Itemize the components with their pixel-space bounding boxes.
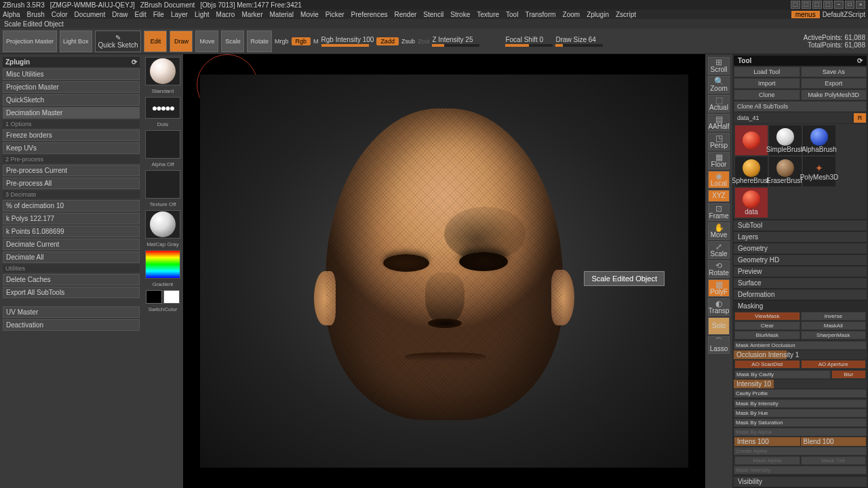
stroke-swatch[interactable]: ●●●●● xyxy=(145,97,180,119)
mask-cavity-button[interactable]: Mask By Cavity xyxy=(734,370,831,379)
quick-sketch-button[interactable]: ✎Quick Sketch xyxy=(95,30,142,52)
rotate-view-button[interactable]: ⟲Rotate xyxy=(708,260,730,278)
menu-render[interactable]: Render xyxy=(395,11,417,18)
xyz-button[interactable]: XYZ xyxy=(708,190,730,202)
menu-stencil[interactable]: Stencil xyxy=(423,11,443,18)
local-button[interactable]: ◉Local xyxy=(708,171,730,188)
menu-material[interactable]: Material xyxy=(270,11,294,18)
mrgb-toggle[interactable]: Mrgb xyxy=(275,38,289,45)
bw-swatches[interactable] xyxy=(146,290,180,304)
menu-file[interactable]: File xyxy=(153,11,164,18)
deformation-section[interactable]: Deformation xyxy=(734,289,867,300)
frame-button[interactable]: ⊡Frame xyxy=(708,203,730,221)
preprocess-current[interactable]: Pre-process Current xyxy=(3,165,140,176)
uv-master[interactable]: UV Master xyxy=(3,306,140,318)
scale-view-button[interactable]: ⤢Scale xyxy=(708,241,730,259)
light-box-button[interactable]: Light Box xyxy=(60,30,92,52)
intens-slider[interactable]: Intens 100 xyxy=(734,437,800,446)
projection-master-button[interactable]: Projection Master xyxy=(3,30,57,52)
zadd-toggle[interactable]: Zadd xyxy=(376,37,399,45)
menu-color[interactable]: Color xyxy=(52,11,68,18)
ao-scandist[interactable]: AO ScanDist xyxy=(734,360,800,369)
r-button[interactable]: R xyxy=(853,113,867,123)
mask-ao-button[interactable]: Mask Ambient Occlusion xyxy=(734,341,867,350)
geometry-hd-section[interactable]: Geometry HD xyxy=(734,254,867,265)
menu-marker[interactable]: Marker xyxy=(241,11,262,18)
menu-stroke[interactable]: Stroke xyxy=(450,11,470,18)
actual-button[interactable]: ⬚Actual xyxy=(708,95,730,113)
scale-button[interactable]: Scale xyxy=(221,30,244,52)
transp-button[interactable]: ◐Transp xyxy=(708,298,730,316)
menu-layer[interactable]: Layer xyxy=(171,11,188,18)
draw-button[interactable]: Draw xyxy=(170,30,193,52)
k-points[interactable]: k Points 61.088699 xyxy=(3,226,140,237)
layers-section[interactable]: Layers xyxy=(734,231,867,242)
sys-btn[interactable]: ⬚ xyxy=(802,1,811,9)
menu-picker[interactable]: Picker xyxy=(326,11,344,18)
misc-utilities[interactable]: Misc Utilities xyxy=(3,68,140,80)
mesh-head[interactable] xyxy=(309,102,580,441)
clone-all-button[interactable]: Clone All SubTools xyxy=(734,101,867,112)
preview-section[interactable]: Preview xyxy=(734,266,867,277)
pin-icon[interactable]: ⟳ xyxy=(132,58,137,66)
brush-swatch[interactable] xyxy=(145,57,180,85)
m-toggle[interactable]: M xyxy=(313,38,319,45)
rotate-button[interactable]: Rotate xyxy=(247,30,272,52)
mask-hue-button[interactable]: Mask By Hue xyxy=(734,409,867,418)
blur-button[interactable]: Blur xyxy=(831,370,866,379)
freeze-borders[interactable]: Freeze borders xyxy=(3,129,140,141)
menu-brush[interactable]: Brush xyxy=(27,11,45,18)
viewport[interactable]: Scale Edited Object xyxy=(183,54,705,488)
cavity-intensity[interactable]: Intensity 10 xyxy=(734,380,867,388)
menu-movie[interactable]: Movie xyxy=(300,11,319,18)
export-button[interactable]: Export xyxy=(801,78,867,89)
tool-cell[interactable]: EraserBrush xyxy=(769,157,802,186)
minimize-button[interactable]: − xyxy=(834,1,844,9)
tool-cell[interactable]: data xyxy=(735,188,768,218)
tool-cell[interactable]: ✦PolyMesh3D xyxy=(803,157,835,186)
move-button[interactable]: Move xyxy=(195,30,218,52)
menu-transform[interactable]: Transform xyxy=(525,11,555,18)
menu-zscript[interactable]: Zscript xyxy=(616,11,636,18)
decimate-all[interactable]: Decimate All xyxy=(3,251,140,263)
masking-section[interactable]: Masking xyxy=(734,300,867,311)
ao-aperture[interactable]: AO Aperture xyxy=(801,360,867,369)
save-as-button[interactable]: Save As xyxy=(801,66,867,77)
clone-button[interactable]: Clone xyxy=(734,89,800,100)
floor-button[interactable]: ▦Floor xyxy=(708,152,730,169)
polyf-button[interactable]: ▦PolyF xyxy=(708,279,730,297)
aahalf-button[interactable]: ▤AAHalf xyxy=(708,114,730,131)
color-picker[interactable] xyxy=(145,250,180,279)
move-view-button[interactable]: ✋Move xyxy=(708,222,730,240)
k-polys[interactable]: k Polys 122.177 xyxy=(3,213,140,224)
deactivation[interactable]: Deactivation xyxy=(3,319,140,331)
menu-document[interactable]: Document xyxy=(75,11,106,18)
scroll-button[interactable]: ⊞Scroll xyxy=(708,57,730,75)
solo-button[interactable]: Solo xyxy=(708,317,730,335)
load-tool-button[interactable]: Load Tool xyxy=(734,66,800,77)
cavity-profile-button[interactable]: Cavity Profile xyxy=(734,389,867,398)
sys-btn[interactable]: ⬚ xyxy=(823,1,833,9)
maskall-button[interactable]: MaskAll xyxy=(801,321,867,330)
make-polymesh-button[interactable]: Make PolyMesh3D xyxy=(801,89,867,100)
menu-draw[interactable]: Draw xyxy=(112,11,127,18)
blend-slider[interactable]: Blend 100 xyxy=(801,437,867,446)
mask-intensity-button[interactable]: Mask By Intensity xyxy=(734,399,867,408)
pin-icon[interactable]: ⟳ xyxy=(857,57,863,64)
viewmask-button[interactable]: ViewMask xyxy=(734,312,800,321)
menu-light[interactable]: Light xyxy=(195,11,210,18)
tool-cell[interactable] xyxy=(735,125,768,155)
persp-button[interactable]: ◳Persp xyxy=(708,133,730,150)
inverse-button[interactable]: Inverse xyxy=(801,312,867,321)
quicksketch[interactable]: QuickSketch xyxy=(3,94,140,106)
mask-saturation-button[interactable]: Mask By Saturation xyxy=(734,418,867,427)
visibility-section[interactable]: Visibility xyxy=(734,476,867,487)
tool-header[interactable]: Tool⟳ xyxy=(734,56,867,66)
lasso-button[interactable]: ⌒Lasso xyxy=(708,336,730,354)
menu-tool[interactable]: Tool xyxy=(506,11,518,18)
menu-texture[interactable]: Texture xyxy=(477,11,499,18)
zcut-toggle[interactable]: Zcut xyxy=(418,38,430,45)
occlusion-intensity[interactable]: Occlusion Intensity 1 xyxy=(734,350,867,359)
tool-name[interactable]: data_41 xyxy=(734,113,852,123)
pct-decimation[interactable]: % of decimation 10 xyxy=(3,200,140,211)
